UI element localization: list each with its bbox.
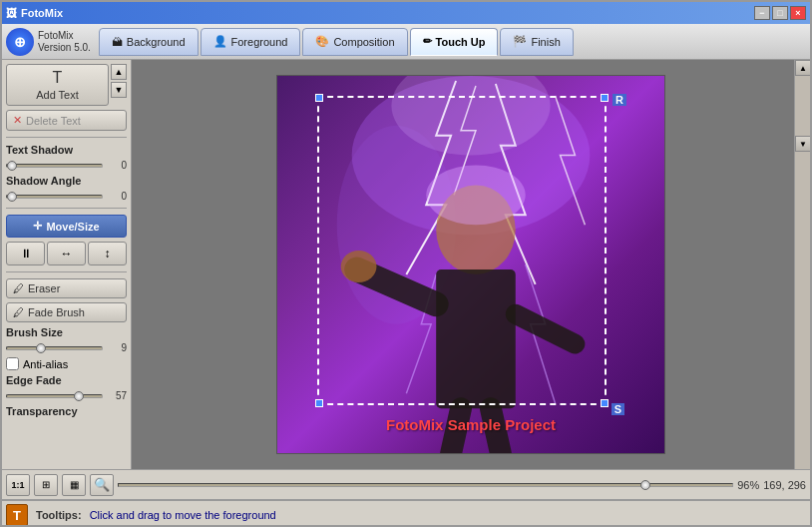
- scroll-up-button[interactable]: ▲: [795, 60, 810, 76]
- tool-pause-button[interactable]: ⏸: [6, 242, 45, 265]
- zoom-track[interactable]: [118, 483, 733, 487]
- background-tab-label: Background: [127, 36, 186, 48]
- move-size-icon: ✛: [33, 220, 42, 233]
- tooltips-label: Tooltips:: [36, 509, 82, 521]
- shadow-angle-label: Shadow Angle: [6, 175, 127, 187]
- anti-alias-row: Anti-alias: [6, 357, 127, 370]
- background-tab-icon: 🏔: [112, 36, 123, 48]
- close-button[interactable]: ×: [790, 6, 806, 20]
- tab-foreground[interactable]: 👤 Foreground: [201, 28, 301, 56]
- handle-bl[interactable]: [315, 399, 323, 407]
- edge-fade-thumb[interactable]: [74, 391, 84, 401]
- zoom-grid-button[interactable]: ⊞: [34, 474, 58, 496]
- add-text-down-button[interactable]: ▼: [111, 82, 127, 98]
- composition-tab-label: Composition: [333, 36, 394, 48]
- edge-fade-slider-row: 57: [6, 390, 127, 401]
- tab-touchup[interactable]: ✏ Touch Up: [410, 28, 499, 56]
- divider-2: [6, 208, 127, 209]
- zoom-search-button[interactable]: 🔍: [90, 474, 114, 496]
- logo-icon: ⊕: [6, 28, 34, 56]
- nav-tabs: 🏔 Background 👤 Foreground 🎨 Composition …: [99, 28, 574, 56]
- canvas-watermark: FotoMix Sample Project: [386, 416, 556, 433]
- delete-text-icon: ✕: [13, 114, 22, 127]
- brush-size-track[interactable]: [6, 346, 103, 350]
- handle-tr[interactable]: [601, 94, 609, 102]
- eraser-icon: 🖊: [13, 282, 24, 294]
- app-logo: ⊕ FotoMix Version 5.0.: [6, 28, 91, 56]
- finish-tab-label: Finish: [531, 36, 560, 48]
- zoom-table-button[interactable]: ▦: [62, 474, 86, 496]
- tab-composition[interactable]: 🎨 Composition: [302, 28, 407, 56]
- maximize-button[interactable]: □: [772, 6, 788, 20]
- fade-brush-button[interactable]: 🖊 Fade Brush: [6, 302, 127, 322]
- handle-tl[interactable]: [315, 94, 323, 102]
- touchup-tab-icon: ✏: [423, 35, 432, 48]
- tool-resize-button[interactable]: ↕: [88, 242, 127, 265]
- title-bar-left: 🖼 FotoMix: [6, 7, 63, 19]
- corner-s-label: S: [611, 403, 624, 415]
- bottom-toolbar: 1:1 ⊞ ▦ 🔍 96% 169, 296: [2, 469, 810, 499]
- app-icon: 🖼: [6, 7, 17, 19]
- tab-finish[interactable]: 🏁 Finish: [500, 28, 573, 56]
- foreground-tab-label: Foreground: [231, 36, 288, 48]
- text-shadow-value: 0: [107, 160, 127, 171]
- brush-size-thumb[interactable]: [36, 343, 46, 353]
- title-bar: 🖼 FotoMix − □ ×: [2, 2, 810, 24]
- transparency-label: Transparency: [6, 405, 127, 417]
- add-text-row: T Add Text ▲ ▼: [6, 64, 127, 106]
- fade-brush-icon: 🖊: [13, 306, 24, 318]
- shadow-angle-track[interactable]: [6, 195, 103, 199]
- anti-alias-checkbox[interactable]: [6, 357, 19, 370]
- edge-fade-label: Edge Fade: [6, 374, 127, 386]
- shadow-angle-value: 0: [107, 191, 127, 202]
- title-bar-buttons: − □ ×: [754, 6, 806, 20]
- finish-tab-icon: 🏁: [513, 35, 527, 48]
- brush-size-slider-row: 9: [6, 342, 127, 353]
- add-text-side: ▲ ▼: [111, 64, 127, 106]
- tool-move-button[interactable]: ↔: [47, 242, 86, 265]
- scroll-down-button[interactable]: ▼: [795, 136, 810, 152]
- tool-row: ⏸ ↔ ↕: [6, 242, 127, 265]
- app-name: FotoMix Version 5.0.: [38, 30, 91, 54]
- zoom-slider-container: [118, 483, 733, 487]
- move-size-button[interactable]: ✛ Move/Size: [6, 215, 127, 238]
- edge-fade-track[interactable]: [6, 394, 103, 398]
- divider-3: [6, 271, 127, 272]
- text-shadow-slider-row: 0: [6, 160, 127, 171]
- tab-background[interactable]: 🏔 Background: [99, 28, 199, 56]
- text-shadow-thumb[interactable]: [7, 161, 17, 171]
- zoom-fit-button[interactable]: 1:1: [6, 474, 30, 496]
- scroll-bar-right: ▲ ▼: [794, 60, 810, 469]
- main-layout: T Add Text ▲ ▼ ✕ Delete Text Text Shadow…: [2, 60, 810, 469]
- add-text-button[interactable]: T Add Text: [6, 64, 109, 106]
- window-title: FotoMix: [21, 7, 63, 19]
- tooltip-message: Click and drag to move the foreground: [90, 509, 276, 521]
- canvas-area[interactable]: R S FotoMix Sample Project ▲ ▼: [132, 60, 810, 469]
- delete-text-label: Delete Text: [26, 115, 81, 127]
- zoom-thumb[interactable]: [640, 480, 650, 490]
- text-shadow-label: Text Shadow: [6, 144, 127, 156]
- zoom-percent-label: 96%: [737, 479, 759, 491]
- eraser-button[interactable]: 🖊 Eraser: [6, 278, 127, 298]
- tooltips-toggle-button[interactable]: T: [6, 504, 28, 526]
- app-header: ⊕ FotoMix Version 5.0. 🏔 Background 👤 Fo…: [2, 24, 810, 60]
- fade-brush-label: Fade Brush: [28, 306, 85, 318]
- delete-text-button[interactable]: ✕ Delete Text: [6, 110, 127, 131]
- corner-r-label: R: [612, 94, 626, 106]
- foreground-tab-icon: 👤: [213, 35, 227, 48]
- canvas-image: R S FotoMix Sample Project: [276, 75, 665, 454]
- text-shadow-track[interactable]: [6, 164, 103, 168]
- selection-box: [317, 96, 607, 405]
- add-text-up-button[interactable]: ▲: [111, 64, 127, 80]
- status-bar: T Tooltips: Click and drag to move the f…: [2, 499, 810, 527]
- minimize-button[interactable]: −: [754, 6, 770, 20]
- brush-size-value: 9: [107, 342, 127, 353]
- add-text-icon: T: [53, 69, 63, 87]
- shadow-angle-slider-row: 0: [6, 191, 127, 202]
- divider-1: [6, 137, 127, 138]
- eraser-label: Eraser: [28, 282, 60, 294]
- anti-alias-label: Anti-alias: [23, 358, 68, 370]
- shadow-angle-thumb[interactable]: [7, 192, 17, 202]
- handle-br[interactable]: [601, 399, 609, 407]
- add-text-label: Add Text: [36, 89, 79, 101]
